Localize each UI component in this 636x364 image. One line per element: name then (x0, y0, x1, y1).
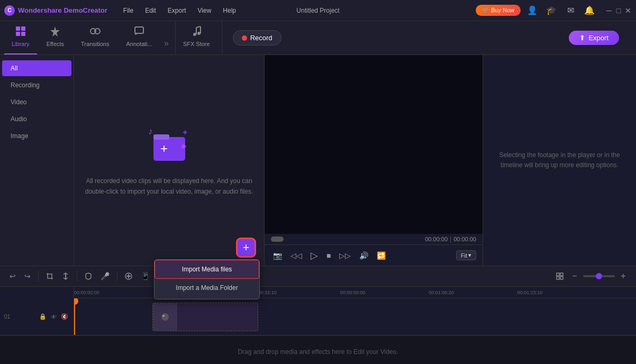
export-button[interactable]: ⬆ Export (569, 31, 619, 45)
play-button[interactable]: ▷ (308, 249, 320, 262)
import-dropdown: Import Media files Import a Media Folder (154, 259, 260, 299)
export-label: Export (588, 34, 608, 42)
fit-control: Fit ▾ (456, 250, 476, 260)
export-area: ⬆ Export (292, 21, 636, 54)
title-bar-right: 🛒 Buy Now 👤 🎓 ✉ 🔔 ─ □ ✕ (476, 3, 632, 18)
project-title: Untitled Project (296, 7, 339, 14)
add-media-container: + Import Media files Import a Media Fold… (237, 238, 256, 257)
timeline-area: 00:00:00:00 00:00:16:20 00:00:33:10 00:0… (0, 287, 636, 364)
svg-text:✦: ✦ (181, 128, 188, 137)
mail-icon[interactable]: ✉ (563, 3, 578, 18)
tab-library[interactable]: Library (4, 21, 37, 54)
zoom-in-button[interactable]: + (617, 270, 630, 283)
screenshot-button[interactable]: 📷 (271, 250, 284, 261)
more-tabs-button[interactable]: » (162, 34, 171, 54)
menu-help[interactable]: Help (217, 5, 241, 16)
category-list: All Recording Video Audio Image (0, 55, 74, 266)
playhead-track[interactable]: 00:00:00 | 00:00:00 (265, 234, 483, 244)
svg-rect-25 (560, 273, 563, 276)
import-folder-option[interactable]: Import a Media Folder (155, 279, 259, 297)
zoom-slider[interactable] (583, 275, 615, 277)
current-time: 00:00:00 (425, 236, 448, 242)
menu-view[interactable]: View (193, 5, 217, 16)
logo-icon: C (4, 5, 15, 16)
import-files-option[interactable]: Import Media files (155, 260, 259, 279)
track-icons: 🔒 👁 🔇 (38, 312, 69, 321)
fit-zoom-button[interactable] (553, 270, 566, 283)
svg-line-13 (196, 26, 201, 28)
fit-button[interactable]: Fit ▾ (456, 250, 476, 260)
shield-button[interactable] (81, 270, 95, 282)
phone-button[interactable]: 📱 (138, 270, 153, 283)
volume-button[interactable]: 🔊 (357, 250, 370, 261)
minimize-button[interactable]: ─ (605, 7, 613, 14)
menu-file[interactable]: File (118, 5, 139, 16)
tab-effects-label: Effects (47, 41, 64, 47)
clip-thumbnail (153, 303, 177, 331)
info-text: Selecting the footage in the player or i… (494, 150, 625, 170)
maximize-button[interactable]: □ (615, 7, 622, 14)
support-icon[interactable]: 🔔 (582, 3, 597, 18)
mute-track-button[interactable]: 🔇 (60, 312, 69, 321)
record-area: Record (222, 21, 292, 54)
tab-sfx-label: SFX Store (183, 41, 210, 47)
zoom-controls: − + (553, 270, 630, 283)
tab-effects[interactable]: Effects (39, 21, 71, 54)
menu-edit[interactable]: Edit (140, 5, 161, 16)
category-all[interactable]: All (2, 60, 71, 76)
title-bar: C Wondershare DemoCreator File Edit Expo… (0, 0, 636, 21)
timeline-clip[interactable] (152, 303, 258, 331)
track-content-1[interactable] (74, 298, 636, 335)
audio-button[interactable]: 🎤 (97, 270, 113, 283)
window-controls: ─ □ ✕ (605, 7, 632, 14)
playhead-handle (74, 298, 78, 305)
add-media-button[interactable]: + (237, 238, 256, 257)
svg-rect-2 (16, 32, 20, 36)
svg-rect-7 (135, 27, 143, 33)
split-button[interactable] (59, 270, 72, 282)
track-row-1: 01 🔒 👁 🔇 (0, 298, 636, 335)
buy-now-button[interactable]: 🛒 Buy Now (476, 5, 521, 16)
media-content-area: ♪ ✦ + All recorded video clips will be d… (74, 55, 264, 266)
crop-button[interactable] (43, 270, 57, 282)
app-name: Wondershare DemoCreator (18, 6, 107, 14)
learn-icon[interactable]: 🎓 (544, 3, 559, 18)
prev-frame-button[interactable]: ◁◁ (288, 250, 304, 261)
playhead-thumb[interactable] (271, 236, 284, 242)
video-preview (265, 55, 483, 234)
eye-track-button[interactable]: 👁 (50, 313, 58, 321)
close-button[interactable]: ✕ (624, 7, 632, 14)
tab-transitions[interactable]: Transitions (74, 21, 116, 54)
ruler-mark-0: 00:00:00:00 (74, 290, 99, 295)
svg-marker-4 (50, 26, 60, 37)
category-video[interactable]: Video (2, 94, 71, 110)
tab-sfx[interactable]: SFX Store (175, 21, 217, 54)
tab-library-label: Library (12, 41, 30, 47)
zoom-out-button[interactable]: − (568, 270, 581, 283)
svg-rect-3 (21, 32, 25, 36)
redo-button[interactable]: ↪ (21, 270, 34, 283)
category-recording[interactable]: Recording (2, 77, 71, 93)
category-audio[interactable]: Audio (2, 111, 71, 127)
menu-export[interactable]: Export (162, 5, 192, 16)
library-icon (15, 25, 26, 39)
category-image[interactable]: Image (2, 128, 71, 144)
next-frame-button[interactable]: ▷▷ (337, 250, 353, 261)
stop-button[interactable]: ■ (324, 250, 333, 261)
track-label-1: 01 🔒 👁 🔇 (0, 298, 74, 335)
svg-rect-0 (16, 26, 20, 31)
main-area: All Recording Video Audio Image ♪ ✦ (0, 55, 636, 266)
info-panel: Selecting the footage in the player or i… (483, 55, 636, 266)
lock-track-button[interactable]: 🔒 (38, 312, 48, 321)
divider-1 (38, 271, 39, 281)
account-icon[interactable]: 👤 (525, 3, 540, 18)
timeline-tracks: 01 🔒 👁 🔇 (0, 298, 636, 364)
tab-annotations[interactable]: Annotati... (119, 21, 160, 54)
svg-text:+: + (160, 141, 167, 156)
record-button[interactable]: Record (233, 30, 281, 46)
loop-button[interactable]: 🔁 (375, 250, 388, 261)
svg-text:♪: ♪ (148, 126, 153, 136)
total-time: 00:00:00 (453, 236, 476, 242)
undo-button[interactable]: ↩ (6, 270, 19, 283)
add-track-button[interactable] (122, 270, 135, 282)
